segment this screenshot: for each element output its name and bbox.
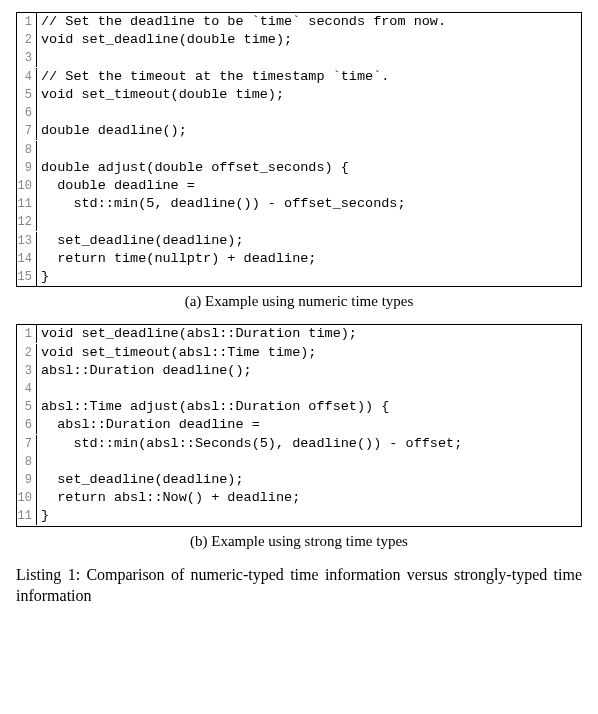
code-line: 14 return time(nullptr) + deadline; bbox=[17, 250, 581, 268]
code-text: absl::Duration deadline = bbox=[37, 416, 260, 434]
line-number: 13 bbox=[17, 232, 37, 250]
code-text bbox=[37, 141, 49, 159]
line-number: 2 bbox=[17, 344, 37, 362]
listing-caption: Listing 1: Comparison of numeric-typed t… bbox=[16, 564, 582, 607]
subcaption-a: (a) Example using numeric time types bbox=[16, 293, 582, 310]
line-number: 5 bbox=[17, 86, 37, 104]
line-number: 8 bbox=[17, 141, 37, 159]
code-text bbox=[37, 104, 49, 122]
code-line: 8 bbox=[17, 141, 581, 159]
code-line: 10 return absl::Now() + deadline; bbox=[17, 489, 581, 507]
line-number: 11 bbox=[17, 195, 37, 213]
code-text: } bbox=[37, 268, 49, 286]
code-line: 8 bbox=[17, 453, 581, 471]
code-text: absl::Duration deadline(); bbox=[37, 362, 252, 380]
code-text: // Set the deadline to be `time` seconds… bbox=[37, 13, 446, 31]
line-number: 11 bbox=[17, 507, 37, 525]
line-number: 10 bbox=[17, 177, 37, 195]
code-line: 1// Set the deadline to be `time` second… bbox=[17, 13, 581, 31]
code-line: 9double adjust(double offset_seconds) { bbox=[17, 159, 581, 177]
code-line: 2void set_deadline(double time); bbox=[17, 31, 581, 49]
code-line: 5void set_timeout(double time); bbox=[17, 86, 581, 104]
line-number: 6 bbox=[17, 104, 37, 122]
subcaption-b: (b) Example using strong time types bbox=[16, 533, 582, 550]
code-line: 10 double deadline = bbox=[17, 177, 581, 195]
line-number: 4 bbox=[17, 380, 37, 398]
line-number: 4 bbox=[17, 68, 37, 86]
code-line: 13 set_deadline(deadline); bbox=[17, 232, 581, 250]
line-number: 9 bbox=[17, 159, 37, 177]
code-text: double adjust(double offset_seconds) { bbox=[37, 159, 349, 177]
code-line: 4// Set the timeout at the timestamp `ti… bbox=[17, 68, 581, 86]
code-text bbox=[37, 49, 49, 67]
code-line: 9 set_deadline(deadline); bbox=[17, 471, 581, 489]
code-text: absl::Time adjust(absl::Duration offset)… bbox=[37, 398, 389, 416]
code-text bbox=[37, 380, 49, 398]
code-line: 4 bbox=[17, 380, 581, 398]
code-line: 2void set_timeout(absl::Time time); bbox=[17, 344, 581, 362]
code-line: 6 bbox=[17, 104, 581, 122]
code-text: std::min(absl::Seconds(5), deadline()) -… bbox=[37, 435, 462, 453]
line-number: 2 bbox=[17, 31, 37, 49]
line-number: 5 bbox=[17, 398, 37, 416]
line-number: 10 bbox=[17, 489, 37, 507]
line-number: 7 bbox=[17, 122, 37, 140]
code-text: set_deadline(deadline); bbox=[37, 471, 244, 489]
code-text: double deadline(); bbox=[37, 122, 187, 140]
code-text: void set_timeout(double time); bbox=[37, 86, 284, 104]
code-text: double deadline = bbox=[37, 177, 195, 195]
line-number: 3 bbox=[17, 362, 37, 380]
code-text: void set_timeout(absl::Time time); bbox=[37, 344, 316, 362]
code-text: set_deadline(deadline); bbox=[37, 232, 244, 250]
line-number: 15 bbox=[17, 268, 37, 286]
code-block-a: 1// Set the deadline to be `time` second… bbox=[16, 12, 582, 287]
code-line: 1void set_deadline(absl::Duration time); bbox=[17, 325, 581, 343]
code-line: 7 std::min(absl::Seconds(5), deadline())… bbox=[17, 435, 581, 453]
code-text bbox=[37, 213, 49, 231]
code-line: 3 bbox=[17, 49, 581, 67]
code-block-b: 1void set_deadline(absl::Duration time);… bbox=[16, 324, 582, 526]
line-number: 12 bbox=[17, 213, 37, 231]
line-number: 3 bbox=[17, 49, 37, 67]
code-line: 3absl::Duration deadline(); bbox=[17, 362, 581, 380]
code-line: 11 std::min(5, deadline()) - offset_seco… bbox=[17, 195, 581, 213]
line-number: 14 bbox=[17, 250, 37, 268]
code-text: void set_deadline(absl::Duration time); bbox=[37, 325, 357, 343]
code-text: return absl::Now() + deadline; bbox=[37, 489, 300, 507]
line-number: 1 bbox=[17, 13, 37, 31]
code-text: std::min(5, deadline()) - offset_seconds… bbox=[37, 195, 406, 213]
code-line: 5absl::Time adjust(absl::Duration offset… bbox=[17, 398, 581, 416]
line-number: 9 bbox=[17, 471, 37, 489]
line-number: 6 bbox=[17, 416, 37, 434]
code-line: 6 absl::Duration deadline = bbox=[17, 416, 581, 434]
code-line: 11} bbox=[17, 507, 581, 525]
code-line: 15} bbox=[17, 268, 581, 286]
code-line: 7double deadline(); bbox=[17, 122, 581, 140]
code-line: 12 bbox=[17, 213, 581, 231]
code-text: // Set the timeout at the timestamp `tim… bbox=[37, 68, 389, 86]
line-number: 1 bbox=[17, 325, 37, 343]
code-text bbox=[37, 453, 49, 471]
code-text: return time(nullptr) + deadline; bbox=[37, 250, 316, 268]
line-number: 8 bbox=[17, 453, 37, 471]
line-number: 7 bbox=[17, 435, 37, 453]
code-text: } bbox=[37, 507, 49, 525]
code-text: void set_deadline(double time); bbox=[37, 31, 292, 49]
